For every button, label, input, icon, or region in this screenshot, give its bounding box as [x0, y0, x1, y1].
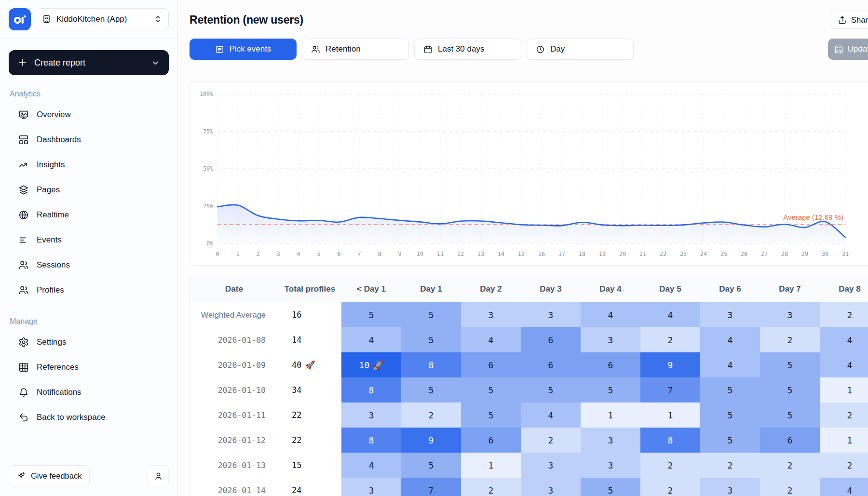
date-cell: 2026-01-11 — [190, 402, 278, 428]
sidebar: KiddoKitchen (App) Create report Analyti… — [0, 0, 178, 496]
retention-value-cell: 4 — [640, 302, 700, 327]
sidebar-item-pages[interactable]: Pages — [9, 177, 169, 202]
retention-value-cell: 4 — [521, 402, 581, 428]
table-header-row: DateTotal profiles< Day 1Day 1Day 2Day 3… — [190, 276, 868, 302]
retention-value-cell: 3 — [760, 302, 820, 327]
svg-text:16: 16 — [538, 251, 545, 257]
svg-text:13: 13 — [477, 251, 484, 257]
retention-value-cell: 2 — [640, 478, 700, 496]
retention-value-cell: 3 — [700, 302, 760, 327]
svg-text:29: 29 — [801, 251, 808, 257]
svg-text:25: 25 — [720, 251, 727, 257]
sidebar-item-overview[interactable]: Overview — [9, 102, 169, 127]
svg-text:9: 9 — [398, 251, 401, 257]
retention-value-cell: 2 — [640, 453, 700, 478]
sidebar-item-profiles[interactable]: Profiles — [9, 278, 169, 303]
retention-value-cell: 8 — [341, 428, 401, 453]
table-row: 2026-01-1122325411552 — [190, 402, 868, 428]
sidebar-item-label: Profiles — [37, 285, 64, 295]
sidebar-item-references[interactable]: References — [9, 355, 169, 380]
retention-value-cell: 1 — [820, 377, 868, 402]
svg-text:12: 12 — [457, 251, 464, 257]
retention-value-cell: 3 — [341, 402, 401, 428]
retention-value-cell: 5 — [760, 402, 820, 428]
column-header: Date — [190, 284, 278, 294]
sidebar-item-back-to-workspace[interactable]: Back to workspace — [9, 405, 169, 430]
date-range-button[interactable]: Last 30 days — [414, 39, 521, 60]
sidebar-header: KiddoKitchen (App) — [0, 0, 177, 39]
sidebar-item-label: Settings — [37, 337, 66, 347]
granularity-label: Day — [550, 44, 565, 54]
rocket-emoji: 🚀 — [305, 360, 315, 370]
date-cell: Weighted Average — [190, 302, 278, 327]
page-title: Retention (new users) — [190, 13, 303, 27]
bell-icon — [18, 387, 29, 398]
update-label: Update — [848, 44, 868, 54]
sidebar-item-realtime[interactable]: Realtime — [9, 202, 169, 228]
svg-text:0%: 0% — [206, 240, 213, 247]
pick-events-button[interactable]: Pick events — [190, 39, 297, 60]
table-row: 2026-01-1315451332222 — [190, 453, 868, 478]
granularity-button[interactable]: Day — [527, 39, 634, 60]
sparkles-icon — [17, 471, 26, 481]
sidebar-item-insights[interactable]: Insights — [9, 152, 169, 177]
sidebar-item-events[interactable]: Events — [9, 228, 169, 253]
svg-text:5: 5 — [317, 251, 320, 257]
svg-text:22: 22 — [660, 251, 666, 257]
total-profiles-cell: 14 — [278, 327, 341, 352]
retention-value-cell: 1 — [581, 402, 640, 428]
create-report-button[interactable]: Create report — [9, 50, 169, 75]
total-profiles-cell: 15 — [278, 453, 341, 478]
retention-value-cell: 9 — [401, 428, 461, 453]
retention-value-cell: 3 — [581, 428, 640, 453]
svg-text:14: 14 — [498, 251, 504, 257]
svg-text:11: 11 — [437, 251, 444, 257]
retention-value-cell: 2 — [820, 402, 868, 428]
metric-button[interactable]: Retention — [302, 39, 409, 60]
dashboards-icon — [18, 134, 29, 145]
total-profiles-cell: 22 — [278, 402, 341, 428]
retention-value-cell: 10🚀 — [341, 352, 401, 377]
give-feedback-button[interactable]: Give feedback — [9, 465, 90, 486]
sidebar-item-label: Events — [37, 235, 62, 245]
account-button[interactable] — [148, 465, 169, 486]
svg-text:75%: 75% — [203, 128, 213, 135]
sidebar-item-sessions[interactable]: Sessions — [9, 253, 169, 278]
svg-text:8: 8 — [378, 251, 381, 257]
table-row: 2026-01-1222896238561 — [190, 428, 868, 453]
sidebar-item-notifications[interactable]: Notifications — [9, 380, 169, 405]
sidebar-item-settings[interactable]: Settings — [9, 330, 169, 355]
svg-text:20: 20 — [619, 251, 626, 257]
retention-value-cell: 4 — [341, 327, 401, 352]
date-cell: 2026-01-10 — [190, 377, 278, 402]
clock-icon — [536, 45, 545, 54]
svg-text:18: 18 — [579, 251, 585, 257]
app-logo[interactable] — [9, 8, 31, 30]
sidebar-section-label: Manage — [10, 317, 169, 326]
retention-value-cell: 4 — [461, 327, 521, 352]
retention-value-cell: 3 — [700, 478, 760, 496]
retention-chart-card: 0%25%50%75%100%0123456789101112131415161… — [190, 81, 868, 266]
retention-value-cell: 2 — [640, 327, 700, 352]
table-row: 2026-01-0814454632424 — [190, 327, 868, 352]
retention-value-cell: 2 — [461, 478, 521, 496]
column-header: Day 8 — [820, 284, 868, 294]
date-cell: 2026-01-09 — [190, 352, 278, 377]
users-icon — [18, 285, 29, 295]
retention-value-cell: 2 — [760, 327, 820, 352]
workspace-selector[interactable]: KiddoKitchen (App) — [36, 8, 169, 30]
svg-text:17: 17 — [558, 251, 565, 257]
sidebar-item-dashboards[interactable]: Dashboards — [9, 127, 169, 152]
svg-text:21: 21 — [639, 251, 646, 257]
sidebar-section-label: Analytics — [10, 90, 169, 98]
retention-value-cell: 5 — [401, 453, 461, 478]
retention-value-cell: 6 — [760, 428, 820, 453]
date-cell: 2026-01-13 — [190, 453, 278, 478]
create-report-label: Create report — [34, 58, 85, 68]
column-header: < Day 1 — [341, 284, 401, 294]
update-button[interactable]: Update — [828, 39, 868, 60]
share-button[interactable]: Share — [830, 11, 868, 29]
table-body: Weighted Average165533443322026-01-08144… — [190, 302, 868, 496]
retention-value-cell: 4 — [341, 453, 401, 478]
retention-value-cell: 1 — [820, 428, 868, 453]
